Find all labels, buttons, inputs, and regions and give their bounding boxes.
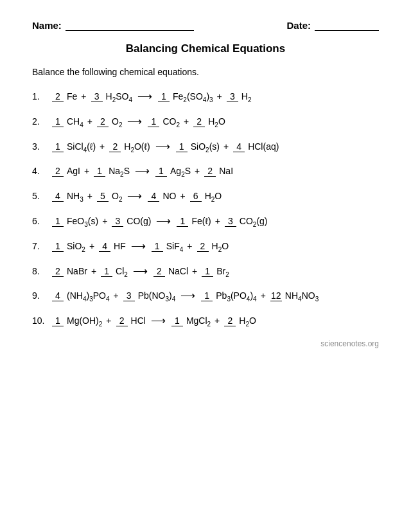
compound-1-1: Fe xyxy=(67,91,77,102)
date-label: Date: xyxy=(286,20,311,31)
compound-10-1: Mg(OH)2 xyxy=(67,315,102,328)
date-field: Date: xyxy=(286,19,379,31)
coeff-4-1: 2 xyxy=(52,164,64,177)
compound-7-1: SiO2 xyxy=(67,241,85,253)
compound-6-1: FeO3(s) xyxy=(67,216,98,228)
coeff-3-4: 4 xyxy=(233,140,245,152)
equation-row-7: 7. 1 SiO2 + 4 HF ⟶ 1 SiF4 + 2 H2O xyxy=(32,240,379,253)
equation-row-10: 10. 1 Mg(OH)2 + 2 HCl ⟶ 1 MgCl2 + 2 H2O xyxy=(32,314,379,328)
coeff-10-2: 2 xyxy=(116,314,128,326)
instructions: Balance the following chemical equations… xyxy=(32,67,379,77)
compound-10-3: MgCl2 xyxy=(186,315,211,328)
coeff-2-4: 2 xyxy=(193,115,205,127)
compound-5-4: H2O xyxy=(205,191,222,203)
compound-8-2: Cl2 xyxy=(116,266,128,278)
compound-4-4: NaI xyxy=(219,166,233,176)
coeff-8-2: 1 xyxy=(101,265,112,277)
coeff-10-3: 1 xyxy=(171,314,183,326)
coeff-8-1: 2 xyxy=(52,265,64,277)
coeff-5-1: 4 xyxy=(52,190,64,202)
date-line xyxy=(315,19,379,31)
coeff-9-1: 4 xyxy=(52,289,64,301)
compound-3-3: SiO2(s) xyxy=(191,141,220,154)
compound-4-3: Ag2S xyxy=(170,166,191,178)
coeff-10-1: 1 xyxy=(52,314,64,326)
name-label: Name: xyxy=(32,20,62,31)
compound-5-1: NH3 xyxy=(67,191,83,203)
equation-row-5: 5. 4 NH3 + 5 O2 ⟶ 4 NO + 6 H2O xyxy=(32,190,379,203)
eq-num-9: 9. xyxy=(32,290,50,301)
coeff-7-2: 4 xyxy=(99,240,110,252)
coeff-3-1: 1 xyxy=(52,140,64,152)
compound-4-2: Na2S xyxy=(109,166,130,178)
compound-1-2: H2SO4 xyxy=(106,91,132,103)
coeff-3-3: 1 xyxy=(176,140,188,152)
eq-num-7: 7. xyxy=(32,241,50,251)
name-line xyxy=(66,19,194,31)
eq-num-8: 8. xyxy=(32,266,50,276)
coeff-2-2: 2 xyxy=(97,115,109,127)
eq-num-3: 3. xyxy=(32,141,50,152)
coeff-2-3: 1 xyxy=(148,115,159,127)
compound-10-2: HCl xyxy=(131,315,146,326)
compound-10-4: H2O xyxy=(239,315,256,328)
compound-3-4: HCl(aq) xyxy=(248,141,279,152)
coeff-4-3: 1 xyxy=(155,164,167,177)
compound-2-4: H2O xyxy=(208,116,225,129)
equation-row-6: 6. 1 FeO3(s) + 3 CO(g) ⟶ 1 Fe(ℓ) + 3 CO2… xyxy=(32,215,379,228)
compound-1-3: Fe2(SO4)3 xyxy=(173,91,213,103)
equation-row-9: 9. 4 (NH4)3PO4 + 3 Pb(NO3)4 ⟶ 1 Pb3(PO4)… xyxy=(32,289,379,303)
eq-num-5: 5. xyxy=(32,191,50,201)
coeff-7-1: 1 xyxy=(52,240,64,252)
coeff-9-2: 3 xyxy=(123,289,135,301)
coeff-4-4: 2 xyxy=(204,164,216,177)
coeff-10-4: 2 xyxy=(224,314,236,326)
compound-2-2: O2 xyxy=(112,116,122,129)
coeff-1-1: 2 xyxy=(52,90,64,102)
coeff-1-2: 3 xyxy=(91,90,103,102)
compound-4-1: AgI xyxy=(67,166,80,176)
equation-row-8: 8. 2 NaBr + 1 Cl2 ⟶ 2 NaCl + 1 Br2 xyxy=(32,265,379,278)
eq-num-6: 6. xyxy=(32,216,50,226)
compound-2-3: CO2 xyxy=(162,116,180,129)
name-field: Name: xyxy=(32,19,194,31)
compound-8-4: Br2 xyxy=(216,266,229,278)
coeff-4-2: 1 xyxy=(94,164,105,177)
eq-num-4: 4. xyxy=(32,166,50,176)
compound-3-1: SiCl4(ℓ) xyxy=(67,141,96,154)
compound-5-2: O2 xyxy=(112,191,122,203)
eq-num-2: 2. xyxy=(32,116,50,127)
eq-num-1: 1. xyxy=(32,91,50,102)
coeff-5-2: 5 xyxy=(97,190,109,202)
compound-7-2: HF xyxy=(114,241,126,251)
page-title: Balancing Chemical Equations xyxy=(32,42,379,55)
coeff-3-2: 2 xyxy=(109,140,121,152)
compound-2-1: CH4 xyxy=(67,116,83,129)
compound-1-4: H2 xyxy=(241,91,252,103)
compound-8-3: NaCl xyxy=(168,266,188,276)
compound-7-4: H2O xyxy=(212,241,229,253)
compound-9-4: NH4NO3 xyxy=(285,290,319,303)
coeff-7-4: 2 xyxy=(197,240,209,252)
coeff-1-3: 1 xyxy=(158,90,170,102)
compound-5-3: NO xyxy=(162,191,176,201)
equation-row-3: 3. 1 SiCl4(ℓ) + 2 H2O(ℓ) ⟶ 1 SiO2(s) + 4… xyxy=(32,140,379,154)
compound-3-2: H2O(ℓ) xyxy=(124,141,150,154)
coeff-6-1: 1 xyxy=(52,215,64,227)
coeff-6-2: 3 xyxy=(112,215,123,227)
header: Name: Date: xyxy=(32,19,379,31)
compound-6-3: Fe(ℓ) xyxy=(191,216,211,226)
coeff-8-4: 1 xyxy=(202,265,213,277)
coeff-6-4: 3 xyxy=(225,215,236,227)
compound-9-1: (NH4)3PO4 xyxy=(67,290,109,303)
coeff-8-3: 2 xyxy=(153,265,165,277)
eq-num-10: 10. xyxy=(32,315,50,326)
coeff-6-3: 1 xyxy=(177,215,188,227)
coeff-1-4: 3 xyxy=(227,90,238,102)
compound-7-3: SiF4 xyxy=(166,241,184,253)
coeff-5-3: 4 xyxy=(148,190,159,202)
coeff-2-1: 1 xyxy=(52,115,64,127)
equation-row-2: 2. 1 CH4 + 2 O2 ⟶ 1 CO2 + 2 H2O xyxy=(32,115,379,129)
compound-8-1: NaBr xyxy=(67,266,87,276)
coeff-9-4: 12 xyxy=(270,289,282,301)
